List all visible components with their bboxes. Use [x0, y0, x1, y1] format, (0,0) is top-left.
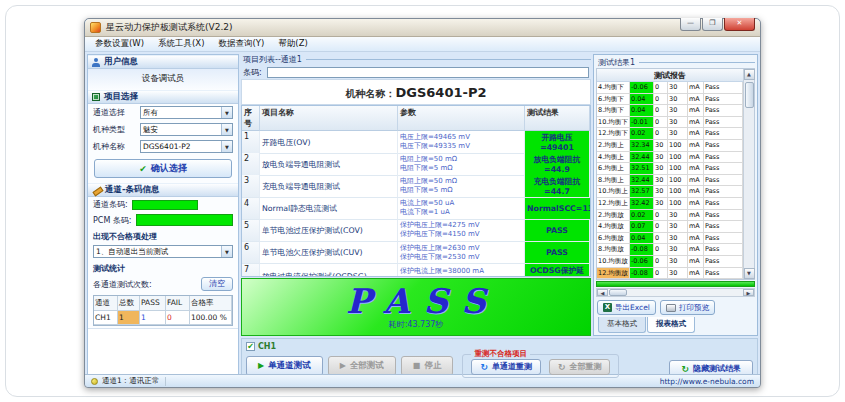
param-upper: 电流上限=50 uA [400, 199, 522, 208]
refresh-icon: ↻ [558, 362, 566, 372]
report-cell-unit: mA [688, 198, 704, 210]
status-separator [165, 377, 166, 386]
chevron-down-icon[interactable]: ▼ [221, 124, 232, 135]
single-channel-retest-button[interactable]: ↻ 单通道重测 [471, 359, 541, 375]
test-item-row[interactable]: 5 单节电池过压保护测试(COV) 保护电压上限=4275 mV 保护电压下限=… [242, 220, 590, 242]
channel-barcode-row: 通道条码: [88, 197, 238, 212]
test-item-row[interactable]: 2 放电负端导通电阻测试 电阻上限=50 mΩ 电阻下限=5 mΩ 放电负端阻抗… [242, 153, 590, 175]
test-item-result: PASS [525, 242, 590, 264]
model-name-bar: 机种名称：DGS6401-P2 [241, 79, 591, 105]
report-cell-result: Pass [704, 233, 743, 245]
report-cell-result: Pass [704, 198, 743, 210]
barcode-input[interactable] [267, 67, 589, 78]
channel-select-combo[interactable]: 所有 ▼ [140, 106, 233, 119]
report-cell-label: 4.均衡上 [597, 152, 630, 164]
report-cell-unit: mA [688, 163, 704, 175]
scroll-left-icon[interactable]: ◀ [597, 289, 608, 296]
test-item-params: 电压上限=49465 mV 电压下限=49335 mV [398, 131, 525, 154]
report-cell-max: 30 [668, 268, 688, 280]
stats-header-rate: 合格率 [190, 296, 232, 311]
report-row[interactable]: 12.均衡放 -0.08 0 30 mA Pass [597, 268, 743, 280]
all-test-button[interactable]: ▶ 全部测试 [328, 356, 396, 376]
report-cell-result: Pass [704, 268, 743, 280]
report-row[interactable]: 10.均衡放 -0.06 0 30 mA Pass [597, 256, 743, 268]
test-item-row[interactable]: 1 开路电压(OV) 电压上限=49465 mV 电压下限=49335 mV 开… [242, 131, 590, 153]
confirm-selection-button[interactable]: ✔ 确认选择 [94, 159, 232, 178]
test-item-row[interactable]: 6 单节电池欠压保护测试(CUV) 保护电压上限=2630 mV 保护电压下限=… [242, 242, 590, 264]
chevron-down-icon[interactable]: ▼ [221, 107, 232, 118]
scroll-up-icon[interactable]: ▲ [744, 69, 755, 80]
report-cell-label: 6.均衡放 [597, 233, 630, 245]
report-row[interactable]: 8.均衡上 32.44 30 100 mA Pass [597, 175, 743, 187]
report-cell-min: 0 [654, 82, 668, 94]
channel-checkbox-label: CH1 [258, 342, 276, 351]
report-cell-unit: mA [688, 152, 704, 164]
stats-table: 通道 总数 PASS FAIL 合格率 CH1 1 1 0 100.00 % [93, 295, 233, 326]
menu-item[interactable]: 帮助(Z) [271, 37, 314, 51]
channel-checkbox[interactable]: ✔ [246, 342, 255, 351]
report-row[interactable]: 6.均衡上 32.51 30 100 mA Pass [597, 163, 743, 175]
title-bar[interactable]: 星云动力保护板测试系统(V2.2) — ❐ ✕ [85, 19, 760, 37]
menu-item[interactable]: 系统工具(X) [151, 37, 211, 51]
report-row[interactable]: 2.均衡放 0.02 0 30 mA Pass [597, 210, 743, 222]
stats-title: 测试统计 [88, 260, 238, 275]
pcm-barcode-label: PCM 条码: [93, 215, 132, 226]
report-cell-max: 100 [668, 152, 688, 164]
menu-item[interactable]: 参数设置(W) [88, 37, 151, 51]
report-row[interactable]: 12.均衡下 0.02 0 30 mA Pass [597, 128, 743, 140]
clear-button[interactable]: 清空 [201, 277, 233, 291]
all-retest-button[interactable]: ↻ 全部重测 [549, 359, 611, 375]
scroll-down-icon[interactable]: ▼ [744, 268, 755, 279]
test-item-row[interactable]: 3 充电负端导通电阻测试 电阻上限=50 mΩ 电阻下限=5 mΩ 充电负端阻抗… [242, 175, 590, 197]
test-item-name: 充电负端导通电阻测试 [260, 175, 398, 198]
chevron-down-icon[interactable]: ▼ [221, 246, 232, 257]
refresh-icon: ↻ [480, 362, 488, 372]
stop-button[interactable]: ■ 停止 [401, 356, 454, 376]
test-item-name: 放电过电流保护测试(OCDSG) [260, 264, 398, 277]
model-name-value: DGS6401-P2 [396, 85, 487, 100]
report-cell-max: 30 [668, 82, 688, 94]
menu-item[interactable]: 数据查询(Y) [212, 37, 272, 51]
fail-handling-combo[interactable]: 1、自动退出当前测试 ▼ [93, 245, 233, 258]
report-row[interactable]: 10.均衡下 -0.01 0 30 mA Pass [597, 117, 743, 129]
single-channel-test-button[interactable]: ▶ 单通道测试 [246, 356, 323, 376]
print-preview-button[interactable]: 打印预览 [660, 300, 715, 315]
minimize-button[interactable]: — [680, 18, 701, 31]
report-cell-value: 0.02 [630, 128, 654, 140]
tab-basic-format[interactable]: 基本格式 [598, 317, 646, 333]
maximize-button[interactable]: ❐ [702, 18, 723, 31]
report-row[interactable]: 6.均衡放 0.04 0 30 mA Pass [597, 233, 743, 245]
report-row[interactable]: 8.均衡下 0.04 0 30 mA Pass [597, 105, 743, 117]
tab-report-format[interactable]: 报表格式 [647, 317, 695, 333]
report-cell-value: -0.08 [630, 244, 654, 256]
test-item-row[interactable]: 7 放电过电流保护测试(OCDSG) 保护电流上限=38000 mA 保护电流下… [242, 264, 590, 277]
stats-header-pass: PASS [140, 296, 166, 311]
chevron-down-icon[interactable]: ▼ [221, 141, 232, 152]
fail-handling-value: 1、自动退出当前测试 [94, 247, 221, 257]
param-lower: 电压下限=49335 mV [400, 142, 522, 151]
scrollbar-thumb[interactable] [745, 82, 754, 108]
export-excel-button[interactable]: X 导出Excel [597, 300, 656, 315]
report-row[interactable]: 4.均衡下 -0.06 0 30 mA Pass [597, 82, 743, 94]
app-icon [90, 22, 101, 33]
report-cell-min: 0 [654, 256, 668, 268]
report-vertical-scrollbar[interactable]: ▲ ▼ [743, 69, 754, 279]
close-button[interactable]: ✕ [724, 18, 755, 31]
scrollbar-thumb[interactable] [609, 289, 627, 296]
scroll-right-icon[interactable]: ▶ [743, 289, 754, 296]
report-row[interactable]: 6.均衡下 0.04 0 30 mA Pass [597, 94, 743, 106]
report-row[interactable]: 4.均衡上 32.44 30 100 mA Pass [597, 152, 743, 164]
report-horizontal-scrollbar[interactable]: ◀ ▶ [596, 288, 755, 297]
machine-type-combo[interactable]: 魅安 ▼ [140, 123, 233, 136]
report-row[interactable]: 8.均衡放 -0.08 0 30 mA Pass [597, 244, 743, 256]
report-row[interactable]: 2.均衡上 32.34 30 100 mA Pass [597, 140, 743, 152]
report-row[interactable]: 4.均衡放 0.07 0 30 mA Pass [597, 221, 743, 233]
test-item-row[interactable]: 4 Normal静态电流测试 电流上限=50 uA 电流下限=1 uA Norm… [242, 198, 590, 220]
channel-barcode-field[interactable] [132, 200, 198, 210]
report-row[interactable]: 10.均衡上 32.57 30 100 mA Pass [597, 186, 743, 198]
report-cell-value: 32.44 [630, 152, 654, 164]
machine-name-combo[interactable]: DGS6401-P2 ▼ [140, 140, 233, 153]
report-row[interactable]: 12.均衡上 32.42 30 100 mA Pass [597, 198, 743, 210]
pcm-barcode-field[interactable] [136, 214, 233, 226]
pcm-barcode-row: PCM 条码: [88, 212, 238, 228]
